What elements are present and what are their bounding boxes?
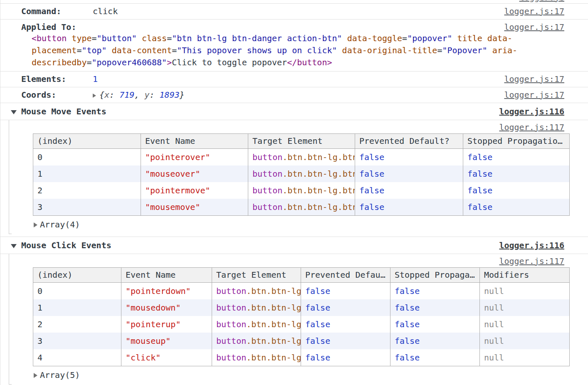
table-cell-index: 1	[33, 299, 121, 316]
array-label: Array(5)	[40, 370, 80, 380]
elements-count: 1	[93, 74, 98, 84]
table-cell-target: button.btn.btn-lg.btn-danger.action-btn	[212, 299, 301, 316]
table-cell-prevented: false	[301, 316, 390, 333]
table-cell-prevented: false	[355, 165, 463, 182]
table-cell-prevented: false	[355, 182, 463, 199]
table-cell-event: "pointerup"	[121, 316, 212, 333]
source-link[interactable]: logger.js:116	[499, 106, 564, 117]
table-cell-modifiers: null	[480, 333, 570, 349]
table-row: 1"mousedown"button.btn.btn-lg.btn-danger…	[33, 299, 570, 316]
command-label: Command:	[21, 6, 93, 17]
group-title: Mouse Move Events	[21, 106, 106, 116]
table-cell-index: 0	[33, 149, 141, 166]
clipped-log-row: logger.js	[0, 0, 588, 4]
table-cell-index: 2	[33, 182, 141, 199]
column-header-index[interactable]: (index)	[33, 134, 141, 149]
coords-object-preview[interactable]: {x: 719, y: 1893}	[99, 90, 185, 100]
source-link[interactable]: logger.js:117	[499, 256, 564, 267]
array-preview[interactable]: Array(5)	[34, 370, 588, 380]
applied-to-label: Applied To:	[21, 22, 76, 32]
table-cell-stopped: false	[390, 299, 480, 316]
source-link[interactable]: logger.js:17	[504, 74, 565, 84]
table-cell-stopped: false	[390, 333, 480, 349]
table-cell-stopped: false	[463, 182, 570, 199]
table-cell-prevented: false	[355, 149, 463, 166]
code-line: <button type="button" class="btn btn-lg …	[32, 32, 564, 44]
table-cell-event: "pointerdown"	[121, 283, 212, 300]
group-body-mouse-click-events: logger.js:117 (index)Event NameTarget El…	[0, 254, 588, 385]
table-cell-stopped: false	[463, 149, 570, 166]
table-header-row: (index)Event NameTarget ElementPrevented…	[33, 268, 570, 283]
column-header-target[interactable]: Target Element	[248, 134, 355, 149]
applied-to-log-row: Applied To: logger.js:17 <button type="b…	[0, 20, 588, 72]
coords-label: Coords:	[21, 89, 93, 100]
table-cell-event: "pointermove"	[141, 182, 248, 199]
expand-triangle-icon[interactable]	[93, 94, 96, 98]
column-header-stopped[interactable]: Stopped Propagation?	[390, 268, 480, 283]
source-link[interactable]: logger.js:17	[504, 6, 565, 17]
table-cell-prevented: false	[301, 283, 390, 300]
column-header-stopped[interactable]: Stopped Propagation?	[463, 134, 570, 149]
command-log-row: Command:click logger.js:17	[0, 4, 588, 20]
source-link[interactable]: logger.js:17	[504, 89, 565, 100]
column-header-modifiers[interactable]: Modifiers	[480, 268, 570, 283]
command-value: click	[93, 6, 118, 16]
table-cell-stopped: false	[463, 199, 570, 216]
collapse-triangle-icon[interactable]	[11, 110, 17, 114]
elements-log-row: Elements:1 logger.js:17	[0, 72, 588, 87]
table-cell-event: "click"	[121, 349, 212, 366]
table-cell-event: "mouseover"	[141, 165, 248, 182]
table-cell-modifiers: null	[480, 299, 570, 316]
column-header-target[interactable]: Target Element	[212, 268, 301, 283]
table-cell-target: button.btn.btn-lg.btn-danger.action-btn	[212, 333, 301, 349]
group-body-mouse-move-events: logger.js:117 (index)Event NameTarget El…	[0, 120, 588, 237]
table-entry-header: logger.js:117	[0, 255, 588, 267]
code-line: describedby="popover460688">Click to tog…	[32, 57, 564, 69]
source-link[interactable]: logger.js:116	[499, 240, 564, 251]
expand-triangle-icon[interactable]	[34, 373, 37, 378]
table-cell-target: button.btn.btn-lg.btn-danger.action-btn	[248, 165, 355, 182]
table-row: 2"pointerup"button.btn.btn-lg.btn-danger…	[33, 316, 570, 333]
table-cell-index: 3	[33, 199, 141, 216]
source-link[interactable]: logger.js	[519, 0, 564, 3]
array-preview[interactable]: Array(4)	[34, 219, 588, 230]
column-header-event[interactable]: Event Name	[121, 268, 212, 283]
source-link[interactable]: logger.js:17	[504, 22, 565, 32]
console-table-mouse-click: (index)Event NameTarget ElementPrevented…	[33, 267, 570, 366]
table-cell-stopped: false	[390, 316, 480, 333]
expand-triangle-icon[interactable]	[34, 222, 37, 227]
table-row: 1"mouseover"button.btn.btn-lg.btn-danger…	[33, 165, 570, 182]
table-cell-stopped: false	[390, 349, 480, 366]
table-cell-modifiers: null	[480, 316, 570, 333]
table-row: 3"mousemove"button.btn.btn-lg.btn-danger…	[33, 199, 570, 216]
table-cell-target: button.btn.btn-lg.btn-danger.action-btn	[248, 182, 355, 199]
table-cell-prevented: false	[301, 333, 390, 349]
column-header-index[interactable]: (index)	[33, 268, 121, 283]
applied-html-element-code[interactable]: <button type="button" class="btn btn-lg …	[32, 32, 564, 69]
table-cell-stopped: false	[463, 165, 570, 182]
table-cell-target: button.btn.btn-lg.btn-danger.action-btn	[248, 149, 355, 166]
table-cell-prevented: false	[301, 299, 390, 316]
table-cell-modifiers: null	[480, 283, 570, 300]
table-row: 2"pointermove"button.btn.btn-lg.btn-dang…	[33, 182, 570, 199]
console-table-mouse-move: (index)Event NameTarget ElementPrevented…	[33, 133, 570, 216]
table-row: 0"pointerdown"button.btn.btn-lg.btn-dang…	[33, 283, 570, 300]
table-cell-event: "mousemove"	[141, 199, 248, 216]
table-cell-event: "mousedown"	[121, 299, 212, 316]
group-header-mouse-move-events[interactable]: Mouse Move Events logger.js:116	[0, 103, 588, 120]
table-cell-event: "pointerover"	[141, 149, 248, 166]
column-header-prevented[interactable]: Prevented Default?	[301, 268, 390, 283]
array-label: Array(4)	[40, 220, 80, 230]
table-cell-index: 4	[33, 349, 121, 366]
column-header-event[interactable]: Event Name	[141, 134, 248, 149]
table-cell-prevented: false	[355, 199, 463, 216]
coords-log-row: Coords:{x: 719, y: 1893} logger.js:17	[0, 87, 588, 103]
source-link[interactable]: logger.js:117	[499, 122, 564, 133]
column-header-prevented[interactable]: Prevented Default?	[355, 134, 463, 149]
code-line: placement="top" data-content="This popov…	[32, 44, 564, 57]
table-row: 0"pointerover"button.btn.btn-lg.btn-dang…	[33, 149, 570, 166]
table-cell-index: 1	[33, 165, 141, 182]
collapse-triangle-icon[interactable]	[11, 244, 17, 248]
table-cell-prevented: false	[301, 349, 390, 366]
group-header-mouse-click-events[interactable]: Mouse Click Events logger.js:116	[0, 237, 588, 254]
